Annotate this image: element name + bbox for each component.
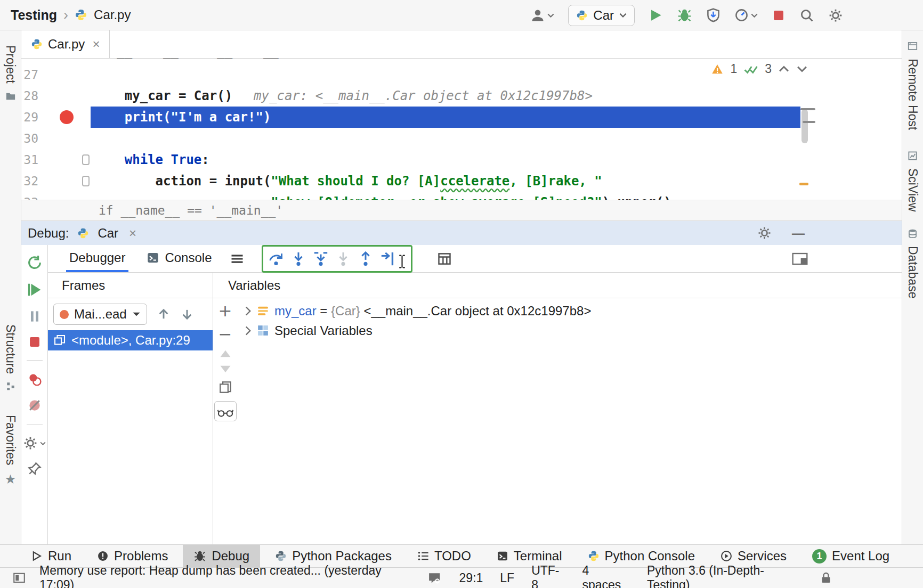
code-text[interactable]: while True:	[91, 149, 800, 170]
toolstripe-remote-host[interactable]: Remote Host	[902, 41, 923, 130]
toolstripe-favorites[interactable]: Favorites ★	[0, 415, 21, 486]
thread-select[interactable]: Mai...ead	[53, 304, 147, 325]
step-into-my-code-icon[interactable]	[313, 251, 329, 267]
breadcrumb-project[interactable]: Testing	[11, 7, 57, 23]
context-breadcrumb-bar[interactable]: if __name__ == '__main__'	[21, 200, 902, 221]
stop-icon[interactable]	[28, 335, 42, 349]
close-icon[interactable]: ×	[129, 227, 136, 240]
debug-settings-button[interactable]	[23, 436, 46, 451]
toolstripe-database[interactable]: Database	[902, 228, 923, 298]
coverage-icon[interactable]	[706, 8, 720, 22]
inspections-ok-icon[interactable]	[743, 64, 758, 75]
chevron-right-icon[interactable]	[245, 326, 252, 336]
variables-pane: Variables + −	[213, 273, 902, 544]
code-text[interactable]	[91, 64, 800, 85]
debug-header-actions: —	[757, 226, 895, 240]
tab-car-py[interactable]: Car.py ×	[21, 30, 110, 58]
status-message[interactable]: Memory use report: Heap dump has been cr…	[39, 564, 414, 588]
breakpoint-dot-icon[interactable]	[60, 110, 74, 124]
settings-gear-icon[interactable]	[757, 226, 772, 240]
variable-row-my-car[interactable]: my_car = {Car} <__main__.Car object at 0…	[237, 301, 902, 321]
file-encoding[interactable]: UTF-8	[531, 564, 565, 588]
scrollbar-thumb[interactable]	[801, 109, 808, 143]
debugger-inline-hint: my_car: <__main__.Car object at 0x12c199…	[254, 88, 593, 103]
chevron-right-icon[interactable]	[245, 306, 252, 316]
line-separator[interactable]: LF	[500, 571, 514, 585]
down-arrow-icon[interactable]	[180, 307, 194, 321]
next-occurrence-icon[interactable]	[796, 65, 808, 73]
context-line-text: if __name__ == '__main__'	[99, 203, 283, 217]
breadcrumb-file[interactable]: Car.py	[94, 7, 131, 22]
toolwindow-toggle-icon[interactable]	[13, 571, 26, 584]
watches-toolbar: + −	[213, 298, 237, 544]
rerun-icon[interactable]	[27, 255, 43, 271]
mute-breakpoints-icon[interactable]	[27, 398, 42, 413]
special-variables-row[interactable]: Special Variables	[237, 321, 902, 340]
tab-debugger[interactable]: Debugger	[66, 245, 128, 272]
toolstripe-favorites-label: Favorites	[3, 415, 18, 466]
up-arrow-icon[interactable]	[157, 307, 171, 321]
profiler-button[interactable]	[734, 8, 758, 22]
hamburger-icon[interactable]	[230, 251, 245, 266]
step-out-icon[interactable]	[358, 251, 374, 267]
indent-style[interactable]: 4 spaces	[582, 564, 630, 588]
python-interpreter[interactable]: Python 3.6 (In-Depth-Testing)	[647, 564, 803, 588]
gutter[interactable]	[38, 64, 91, 85]
step-over-icon[interactable]	[268, 251, 284, 267]
error-stripe-mark[interactable]	[800, 108, 815, 110]
force-step-into-icon[interactable]	[335, 251, 351, 267]
search-icon[interactable]	[799, 8, 814, 23]
frame-row-selected[interactable]: <module>, Car.py:29	[48, 330, 213, 350]
warning-icon[interactable]	[711, 63, 724, 76]
debug-body: Frames Mai...ead <modu	[48, 273, 902, 544]
pause-icon[interactable]	[27, 309, 42, 324]
debug-bug-icon[interactable]	[677, 7, 692, 23]
code-text[interactable]: action = input("What should I do? [A]cce…	[91, 170, 800, 192]
toolstripe-sciview[interactable]: SciView	[902, 151, 923, 211]
gutter[interactable]	[38, 85, 91, 107]
fold-marker-icon[interactable]	[82, 154, 90, 165]
gutter[interactable]	[38, 107, 91, 128]
stop-icon[interactable]	[772, 9, 786, 22]
run-to-cursor-icon[interactable]	[380, 251, 396, 267]
copy-frames-icon[interactable]	[218, 380, 232, 394]
code-text[interactable]: print("I'm a car!")	[91, 107, 800, 128]
step-into-icon[interactable]	[290, 251, 306, 267]
lock-icon[interactable]	[820, 571, 832, 584]
remove-watch-icon[interactable]: −	[218, 326, 232, 342]
pin-icon[interactable]	[28, 462, 42, 476]
close-icon[interactable]: ×	[92, 38, 100, 51]
user-button[interactable]	[530, 8, 554, 23]
minimize-icon[interactable]: —	[792, 227, 805, 240]
resume-icon[interactable]	[27, 282, 43, 298]
tab-console[interactable]: Console	[143, 245, 215, 272]
move-up-icon[interactable]	[220, 349, 231, 358]
line-number: 30	[21, 132, 38, 145]
error-stripe-mark[interactable]	[803, 121, 815, 123]
background-tasks-icon[interactable]	[427, 571, 442, 585]
layout-settings-icon[interactable]	[792, 252, 808, 265]
move-down-icon[interactable]	[220, 365, 231, 373]
folder-icon	[5, 91, 16, 102]
view-breakpoints-icon[interactable]	[27, 372, 42, 387]
toolstripe-structure[interactable]: Structure	[0, 324, 21, 391]
warning-count: 1	[730, 62, 737, 76]
gutter[interactable]	[38, 128, 91, 149]
gutter[interactable]	[38, 149, 91, 170]
right-tool-stripe: Remote Host SciView Database	[902, 30, 923, 544]
caret-position[interactable]: 29:1	[459, 571, 483, 585]
error-stripe-warning-mark[interactable]	[799, 183, 808, 185]
gutter[interactable]	[38, 170, 91, 192]
run-configuration-select[interactable]: Car	[568, 5, 635, 26]
code-text[interactable]: my_car = Car()my_car: <__main__.Car obje…	[91, 85, 800, 107]
fold-marker-icon[interactable]	[82, 176, 90, 186]
view-as-table-icon[interactable]	[437, 251, 452, 266]
code-text[interactable]	[91, 128, 800, 149]
settings-gear-icon[interactable]	[828, 8, 843, 23]
show-watches-button[interactable]	[214, 401, 237, 421]
run-icon[interactable]	[649, 8, 663, 22]
debug-session-tab[interactable]: Car	[98, 226, 118, 241]
add-watch-icon[interactable]: +	[218, 303, 232, 319]
toolstripe-project[interactable]: Project	[0, 45, 21, 102]
prev-occurrence-icon[interactable]	[778, 65, 790, 73]
